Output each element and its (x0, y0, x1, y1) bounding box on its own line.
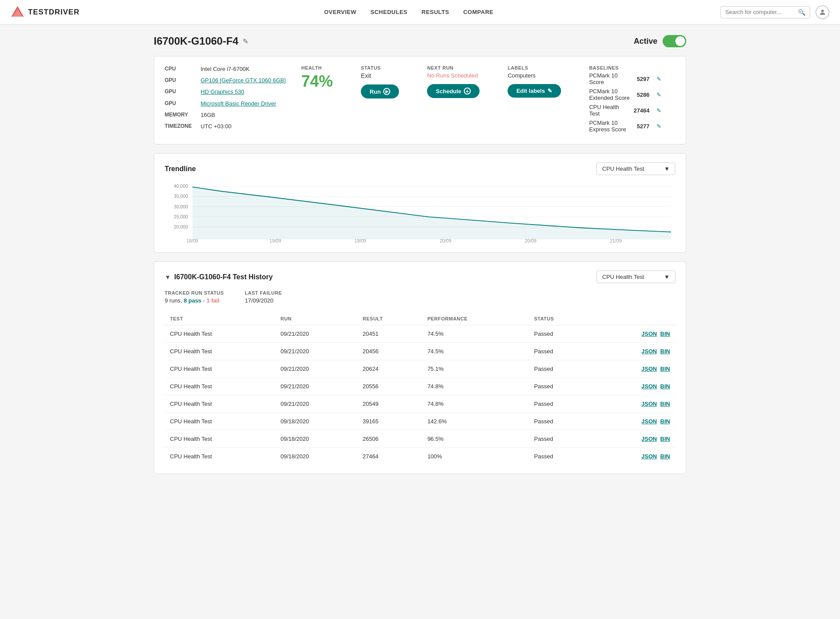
json-link[interactable]: JSON (642, 436, 657, 442)
computer-title: I6700K-G1060-F4 ✎ (154, 35, 248, 47)
cell-test: CPU Health Test (165, 360, 275, 378)
specs-card: CPU Intel Core i7-6700K GPU GP106 [GeFor… (154, 56, 686, 144)
nav-overview[interactable]: OVERVIEW (324, 7, 356, 17)
run-button-label: Run (370, 88, 381, 95)
specs-left: CPU Intel Core i7-6700K GPU GP106 [GeFor… (165, 65, 287, 135)
cell-status: Passed (529, 413, 593, 430)
spec-gpu3-label: GPU (165, 100, 195, 108)
trendline-card: Trendline CPU Health Test ▼ 40,000 35,00… (154, 153, 686, 253)
baseline-score: 5286 (637, 91, 649, 98)
active-toggle[interactable] (663, 35, 686, 47)
table-row: CPU Health Test 09/21/2020 20456 74.5% P… (165, 343, 675, 360)
cell-status: Passed (529, 378, 593, 395)
spec-cpu-value: Intel Core i7-6700K (201, 65, 250, 73)
run-button[interactable]: Run ▶ (361, 84, 399, 98)
baselines-label: BASELINES (589, 65, 661, 70)
edit-labels-button-label: Edit labels (516, 88, 545, 94)
cell-run: 09/18/2020 (275, 448, 357, 465)
bin-link[interactable]: BIN (660, 331, 670, 337)
edit-name-icon[interactable]: ✎ (243, 37, 248, 46)
logo-icon (11, 5, 25, 19)
json-link[interactable]: JSON (642, 348, 657, 355)
baseline-edit-icon[interactable]: ✎ (656, 76, 661, 82)
cell-performance: 100% (422, 448, 529, 465)
svg-text:20/09: 20/09 (440, 239, 452, 243)
spec-gpu3-value[interactable]: Microsoft Basic Render Driver (201, 100, 276, 108)
cell-actions: JSON BIN (593, 395, 675, 413)
json-link[interactable]: JSON (642, 331, 657, 337)
bin-link[interactable]: BIN (660, 418, 670, 425)
svg-point-2 (821, 10, 824, 12)
cell-run: 09/21/2020 (275, 378, 357, 395)
schedule-button-icon: + (464, 88, 471, 95)
labels-value: Computers (508, 72, 561, 79)
status-section: STATUS Exit Run ▶ (347, 65, 413, 135)
bin-link[interactable]: BIN (660, 366, 670, 372)
next-run-section: NEXT RUN No Runs Scheduled Schedule + (413, 65, 494, 135)
tracked-run-status-label: TRACKED RUN STATUS (165, 290, 224, 295)
json-link[interactable]: JSON (642, 418, 657, 425)
chart-container: 40,000 35,000 30,000 25,000 20,000 18/09… (165, 182, 675, 243)
stats-row: TRACKED RUN STATUS 9 runs, 8 pass - 1 fa… (165, 290, 675, 304)
bin-link[interactable]: BIN (660, 436, 670, 442)
cell-status: Passed (529, 448, 593, 465)
trendline-dropdown[interactable]: CPU Health Test ▼ (596, 162, 675, 175)
collapse-icon[interactable]: ▼ (165, 274, 171, 281)
trendline-chart: 40,000 35,000 30,000 25,000 20,000 18/09… (165, 182, 675, 243)
cell-run: 09/18/2020 (275, 413, 357, 430)
bin-link[interactable]: BIN (660, 453, 670, 460)
json-link[interactable]: JSON (642, 401, 657, 407)
active-label: Active (634, 37, 657, 46)
baseline-name: PCMark 10 Extended Score (589, 88, 630, 101)
history-dropdown[interactable]: CPU Health Test ▼ (596, 271, 675, 283)
spec-gpu1-label: GPU (165, 77, 195, 84)
history-chevron-down-icon: ▼ (664, 274, 670, 280)
table-row: CPU Health Test 09/21/2020 20624 75.1% P… (165, 360, 675, 378)
baseline-row: CPU Health Test 27464 ✎ (589, 104, 661, 117)
fail-count: 1 fail (206, 297, 219, 304)
baseline-row: PCMark 10 Extended Score 5286 ✎ (589, 88, 661, 101)
bin-link[interactable]: BIN (660, 401, 670, 407)
search-box[interactable]: 🔍 (720, 6, 810, 18)
cell-run: 09/21/2020 (275, 343, 357, 360)
bin-link[interactable]: BIN (660, 348, 670, 355)
spec-gpu2-value[interactable]: HD Graphics 530 (201, 88, 244, 96)
status-label: STATUS (361, 65, 399, 70)
cell-run: 09/18/2020 (275, 430, 357, 448)
baseline-name: PCMark 10 Express Score (589, 120, 630, 133)
cell-performance: 75.1% (422, 360, 529, 378)
nav-schedules[interactable]: SCHEDULES (371, 7, 408, 17)
spec-memory-label: MEMORY (165, 111, 195, 119)
cell-actions: JSON BIN (593, 378, 675, 395)
baseline-row: PCMark 10 Express Score 5277 ✎ (589, 120, 661, 133)
cell-status: Passed (529, 360, 593, 378)
table-row: CPU Health Test 09/18/2020 27464 100% Pa… (165, 448, 675, 465)
nav-compare[interactable]: COMPARE (463, 7, 494, 17)
cell-status: Passed (529, 343, 593, 360)
stat-separator: - (203, 297, 205, 304)
spec-gpu1-value[interactable]: GP106 [GeForce GTX 1060 6GB] (201, 77, 286, 84)
baseline-score: 5297 (637, 76, 649, 82)
cell-performance: 74.5% (422, 325, 529, 343)
table-row: CPU Health Test 09/21/2020 20556 74.8% P… (165, 378, 675, 395)
user-avatar[interactable] (815, 5, 829, 19)
cell-performance: 74.8% (422, 395, 529, 413)
col-actions (593, 313, 675, 325)
cell-performance: 74.8% (422, 378, 529, 395)
col-run: RUN (275, 313, 357, 325)
json-link[interactable]: JSON (642, 453, 657, 460)
edit-labels-button[interactable]: Edit labels ✎ (508, 84, 561, 98)
svg-text:18/09: 18/09 (187, 239, 198, 243)
cell-run: 09/21/2020 (275, 395, 357, 413)
json-link[interactable]: JSON (642, 383, 657, 390)
baseline-edit-icon[interactable]: ✎ (656, 123, 661, 130)
schedule-button[interactable]: Schedule + (427, 84, 480, 98)
baseline-edit-icon[interactable]: ✎ (656, 91, 661, 98)
baseline-edit-icon[interactable]: ✎ (656, 107, 661, 114)
health-label: HEALTH (301, 65, 333, 70)
bin-link[interactable]: BIN (660, 383, 670, 390)
json-link[interactable]: JSON (642, 366, 657, 372)
search-input[interactable] (725, 9, 795, 15)
baseline-name: CPU Health Test (589, 104, 627, 117)
nav-results[interactable]: RESULTS (422, 7, 449, 17)
